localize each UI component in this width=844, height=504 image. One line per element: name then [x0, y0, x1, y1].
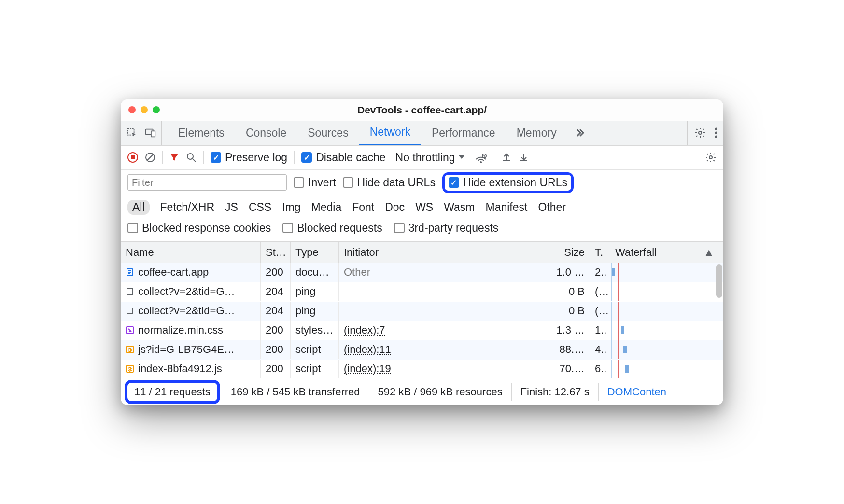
- resource-type-filters: AllFetch/XHRJSCSSImgMediaFontDocWSWasmMa…: [121, 193, 723, 219]
- request-initiator: [339, 282, 552, 301]
- blocked-requests-checkbox[interactable]: Blocked requests: [282, 222, 382, 235]
- request-initiator: (index):11: [339, 340, 552, 359]
- blocked-response-cookies-checkbox[interactable]: Blocked response cookies: [127, 222, 271, 235]
- type-filter-doc[interactable]: Doc: [385, 201, 405, 214]
- tab-memory[interactable]: Memory: [506, 121, 567, 145]
- table-row[interactable]: coffee-cart.app200docu…Other1.0 …2..: [121, 263, 723, 282]
- network-conditions-icon[interactable]: [475, 152, 487, 163]
- device-toggle-icon[interactable]: [145, 127, 156, 138]
- hide-data-urls-checkbox[interactable]: Hide data URLs: [343, 176, 436, 189]
- table-row[interactable]: js?id=G-LB75G4E…200script(index):1188.…4…: [121, 340, 723, 360]
- type-filter-all[interactable]: All: [127, 200, 150, 215]
- type-filter-other[interactable]: Other: [538, 201, 566, 214]
- type-filter-media[interactable]: Media: [311, 201, 342, 214]
- record-icon[interactable]: [127, 152, 138, 163]
- request-size: 88.…: [552, 340, 590, 359]
- request-type: ping: [291, 302, 339, 321]
- tab-performance[interactable]: Performance: [421, 121, 506, 145]
- request-status: 200: [261, 340, 291, 359]
- tab-elements[interactable]: Elements: [168, 121, 235, 145]
- request-type: docu…: [291, 263, 339, 282]
- panel-settings-gear-icon[interactable]: [705, 152, 717, 163]
- extra-filters: Blocked response cookies Blocked request…: [121, 219, 723, 242]
- file-js-icon: [126, 345, 134, 354]
- request-time: 6..: [590, 360, 610, 378]
- third-party-label: 3rd-party requests: [408, 222, 499, 235]
- request-initiator: (index):19: [339, 360, 552, 378]
- request-waterfall: [610, 302, 723, 321]
- window-title: DevTools - coffee-cart.app/: [121, 104, 723, 116]
- request-status: 204: [261, 282, 291, 301]
- column-initiator[interactable]: Initiator: [339, 242, 552, 263]
- clear-icon[interactable]: [145, 152, 155, 163]
- resources-size: 592 kB / 969 kB resources: [369, 383, 512, 401]
- type-filter-manifest[interactable]: Manifest: [486, 201, 528, 214]
- column-type[interactable]: Type: [291, 242, 339, 263]
- svg-point-3: [699, 131, 702, 134]
- column-time[interactable]: T.: [590, 242, 610, 263]
- more-tabs-icon[interactable]: [569, 127, 591, 139]
- column-name[interactable]: Name: [121, 242, 261, 263]
- requests-count-highlight: 11 / 21 requests: [125, 380, 220, 404]
- request-size: 1.3 …: [552, 321, 590, 340]
- column-waterfall[interactable]: Waterfall ▲: [610, 242, 723, 263]
- filter-icon[interactable]: [169, 153, 179, 162]
- requests-count: 11 / 21 requests: [134, 386, 211, 398]
- request-type: script: [291, 360, 339, 378]
- maximize-button[interactable]: [153, 106, 160, 113]
- kebab-menu-icon[interactable]: [715, 127, 717, 138]
- main-tabs: ElementsConsoleSourcesNetworkPerformance…: [121, 121, 723, 146]
- network-toolbar: Preserve log Disable cache No throttling: [121, 146, 723, 170]
- svg-point-5: [715, 132, 717, 134]
- table-row[interactable]: normalize.min.css200styles…(index):71.3 …: [121, 321, 723, 340]
- checkbox-icon: [449, 177, 459, 188]
- checkbox-icon: [301, 152, 312, 163]
- column-size[interactable]: Size: [552, 242, 590, 263]
- initiator-link[interactable]: (index):19: [344, 363, 391, 375]
- checkbox-icon: [394, 223, 405, 233]
- close-button[interactable]: [128, 106, 136, 113]
- requests-table-body: coffee-cart.app200docu…Other1.0 …2..coll…: [121, 263, 723, 379]
- download-icon[interactable]: [519, 152, 529, 163]
- initiator-link[interactable]: (index):7: [344, 324, 385, 336]
- tab-sources[interactable]: Sources: [297, 121, 359, 145]
- minimize-button[interactable]: [141, 106, 148, 113]
- throttling-value: No throttling: [395, 151, 455, 164]
- hide-extension-urls-highlight: Hide extension URLs: [442, 172, 574, 193]
- disable-cache-label: Disable cache: [316, 151, 385, 164]
- request-status: 204: [261, 302, 291, 321]
- inspect-icon[interactable]: [127, 127, 137, 138]
- checkbox-icon: [127, 223, 138, 233]
- type-filter-js[interactable]: JS: [225, 201, 238, 214]
- table-row[interactable]: index-8bfa4912.js200script(index):1970.……: [121, 360, 723, 379]
- tab-console[interactable]: Console: [235, 121, 297, 145]
- file-css-icon: [126, 326, 134, 335]
- table-row[interactable]: collect?v=2&tid=G…204ping0 B(…: [121, 282, 723, 302]
- settings-gear-icon[interactable]: [694, 127, 706, 139]
- upload-icon[interactable]: [501, 152, 512, 163]
- request-time: (…: [590, 282, 610, 301]
- checkbox-icon: [282, 223, 293, 233]
- table-row[interactable]: collect?v=2&tid=G…204ping0 B(…: [121, 302, 723, 321]
- initiator-text: Other: [344, 266, 370, 279]
- initiator-link[interactable]: (index):11: [344, 343, 391, 356]
- hide-extension-urls-checkbox[interactable]: Hide extension URLs: [449, 176, 567, 189]
- type-filter-wasm[interactable]: Wasm: [444, 201, 475, 214]
- type-filter-font[interactable]: Font: [352, 201, 374, 214]
- disable-cache-checkbox[interactable]: Disable cache: [301, 151, 385, 164]
- column-status[interactable]: St…: [261, 242, 291, 263]
- filter-row: Filter Invert Hide data URLs Hide extens…: [121, 170, 723, 193]
- tab-network[interactable]: Network: [359, 121, 421, 145]
- search-icon[interactable]: [186, 152, 197, 163]
- preserve-log-checkbox[interactable]: Preserve log: [211, 151, 287, 164]
- invert-checkbox[interactable]: Invert: [294, 176, 336, 189]
- type-filter-fetch-xhr[interactable]: Fetch/XHR: [160, 201, 214, 214]
- request-waterfall: [610, 282, 723, 301]
- type-filter-img[interactable]: Img: [282, 201, 300, 214]
- throttling-dropdown[interactable]: No throttling: [393, 151, 468, 164]
- type-filter-css[interactable]: CSS: [249, 201, 271, 214]
- type-filter-ws[interactable]: WS: [415, 201, 433, 214]
- filter-input[interactable]: Filter: [127, 174, 287, 191]
- request-time: 2..: [590, 263, 610, 282]
- third-party-requests-checkbox[interactable]: 3rd-party requests: [394, 222, 499, 235]
